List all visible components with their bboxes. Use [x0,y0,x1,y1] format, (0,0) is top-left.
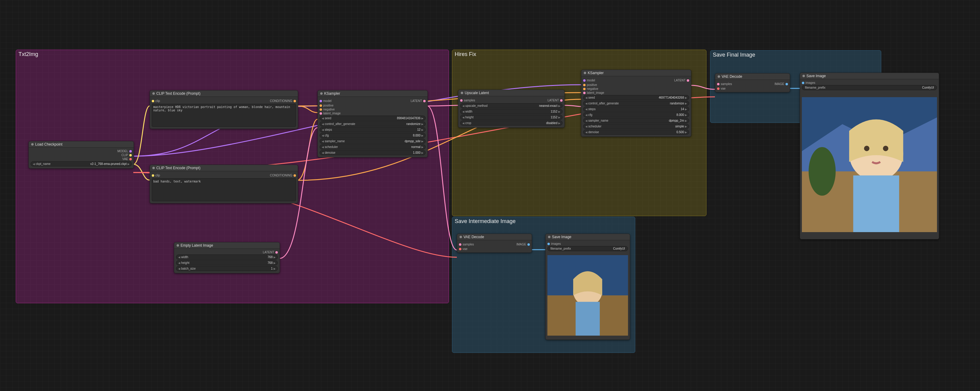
node-vae-decode-intermediate[interactable]: VAE Decode samples IMAGE vae [457,234,532,253]
collapse-icon[interactable] [548,236,550,238]
widget-seed[interactable]: ◀seed89848141647836▶ [320,116,426,121]
widget-width[interactable]: ◀width768▶ [176,255,278,260]
arrow-left-icon[interactable]: ◀ [462,122,465,125]
arrow-right-icon[interactable]: ▶ [274,267,276,270]
collapse-icon[interactable] [718,75,720,78]
widget-sampler-name[interactable]: ◀sampler_namedpmpp_sde▶ [320,139,426,144]
input-positive[interactable]: positive [583,83,689,87]
node-load-checkpoint[interactable]: Load Checkpoint MODEL CLIP VAE ◀ ckpt_na… [29,141,134,169]
node-ksampler-1[interactable]: KSampler model LATENT positive negative … [318,90,428,157]
arrow-left-icon[interactable]: ◀ [322,146,324,149]
arrow-right-icon[interactable]: ▶ [422,134,423,137]
input-model[interactable]: model [583,79,595,82]
widget-upscale-method[interactable]: ◀upscale_methodnearest-exact▶ [460,103,563,108]
arrow-right-icon[interactable]: ▶ [685,108,687,111]
widget-sampler-name[interactable]: ◀sampler_namedpmpp_2m▶ [583,118,689,123]
widget-denoise[interactable]: ◀denoise0.500▶ [583,130,689,135]
output-conditioning[interactable]: CONDITIONING [270,99,296,103]
node-save-image-final[interactable]: Save Image images filename_prefixComfyUI [800,73,939,239]
node-header[interactable]: Upscale Latent [458,90,564,96]
node-header[interactable]: KSampler [318,90,428,97]
widget-filename-prefix[interactable]: filename_prefixComfyUI [802,85,937,90]
arrow-left-icon[interactable]: ◀ [322,134,324,137]
arrow-right-icon[interactable]: ▶ [422,151,423,154]
output-latent[interactable]: LATENT [547,99,563,102]
output-latent[interactable]: LATENT [674,79,689,82]
input-images[interactable]: images [802,81,937,84]
arrow-right-icon[interactable]: ▶ [558,110,560,113]
arrow-right-icon[interactable]: ▶ [422,117,423,120]
node-header[interactable]: KSampler [581,70,691,76]
arrow-left-icon[interactable]: ◀ [462,104,465,108]
output-latent[interactable]: LATENT [176,250,278,254]
widget-scheduler[interactable]: ◀schedulersimple▶ [583,124,689,129]
output-clip[interactable]: CLIP [30,154,132,157]
arrow-left-icon[interactable]: ◀ [585,96,587,99]
node-header[interactable]: VAE Decode [715,74,790,80]
output-model[interactable]: MODEL [30,149,132,153]
input-model[interactable]: model [320,99,331,103]
node-header[interactable]: Empty Latent Image [174,242,280,249]
widget-steps[interactable]: ◀steps14▶ [583,106,689,112]
input-negative[interactable]: negative [583,87,689,90]
node-clip-text-encode-positive[interactable]: CLIP Text Encode (Prompt) clip CONDITION… [150,90,298,129]
widget-control-after-generate[interactable]: ◀control_after_generaterandomize▶ [583,101,689,106]
widget-cfg[interactable]: ◀cfg8.000▶ [583,112,689,117]
arrow-right-icon[interactable]: ▶ [685,114,687,117]
input-negative[interactable]: negative [320,108,426,111]
widget-control-after-generate[interactable]: ◀control_after_generaterandomize▶ [320,121,426,127]
arrow-right-icon[interactable]: ▶ [558,104,560,108]
input-samples[interactable]: samples [717,82,732,85]
arrow-left-icon[interactable]: ◀ [322,123,324,126]
node-header[interactable]: CLIP Text Encode (Prompt) [150,165,298,171]
arrow-left-icon[interactable]: ◀ [33,163,35,166]
input-positive[interactable]: positive [320,104,426,107]
arrow-left-icon[interactable]: ◀ [178,261,180,264]
prompt-textarea[interactable] [152,104,296,127]
arrow-left-icon[interactable]: ◀ [322,151,324,154]
widget-denoise[interactable]: ◀denoise1.000▶ [320,150,426,155]
input-latent-image[interactable]: latent_image [320,112,426,115]
widget-width[interactable]: ◀width1152▶ [460,109,563,114]
input-vae[interactable]: vae [459,247,530,250]
node-header[interactable]: Load Checkpoint [29,141,134,148]
node-ksampler-2[interactable]: KSampler model LATENT positive negative … [581,70,691,137]
output-latent[interactable]: LATENT [410,99,426,103]
arrow-right-icon[interactable]: ▶ [558,116,560,119]
node-save-image-intermediate[interactable]: Save Image images filename_prefixComfyUI [545,234,630,340]
node-header[interactable]: Save Image [546,234,630,240]
node-header[interactable]: Save Image [800,73,939,79]
collapse-icon[interactable] [177,244,179,247]
collapse-icon[interactable] [153,167,155,169]
input-latent-image[interactable]: latent_image [583,91,689,94]
arrow-left-icon[interactable]: ◀ [585,131,587,134]
arrow-right-icon[interactable]: ▶ [685,131,687,134]
arrow-right-icon[interactable]: ▶ [685,102,687,105]
arrow-left-icon[interactable]: ◀ [462,116,465,119]
collapse-icon[interactable] [320,92,323,95]
widget-seed[interactable]: ◀seed469771404043268▶ [583,95,689,100]
widget-cfg[interactable]: ◀cfg8.000▶ [320,133,426,138]
node-header[interactable]: VAE Decode [457,234,531,240]
arrow-left-icon[interactable]: ◀ [585,102,587,105]
widget-ckpt-name[interactable]: ◀ ckpt_name v2-1_768-ema-pruned.ckpt ▶ [30,161,132,166]
arrow-right-icon[interactable]: ▶ [558,122,560,125]
arrow-right-icon[interactable]: ▶ [685,119,687,122]
arrow-left-icon[interactable]: ◀ [585,108,587,111]
arrow-left-icon[interactable]: ◀ [585,119,587,122]
input-clip[interactable]: clip [152,99,160,103]
arrow-left-icon[interactable]: ◀ [178,267,180,270]
input-samples[interactable]: samples [460,99,475,102]
arrow-left-icon[interactable]: ◀ [322,140,324,143]
output-conditioning[interactable]: CONDITIONING [270,174,296,177]
prompt-textarea[interactable] [152,178,296,201]
widget-height[interactable]: ◀height768▶ [176,260,278,265]
arrow-right-icon[interactable]: ▶ [422,146,423,149]
widget-scheduler[interactable]: ◀schedulernormal▶ [320,144,426,149]
output-image[interactable]: IMAGE [775,82,788,85]
arrow-left-icon[interactable]: ◀ [462,110,465,113]
arrow-left-icon[interactable]: ◀ [322,128,324,131]
arrow-right-icon[interactable]: ▶ [274,261,276,264]
arrow-right-icon[interactable]: ▶ [685,125,687,128]
arrow-right-icon[interactable]: ▶ [685,96,687,99]
